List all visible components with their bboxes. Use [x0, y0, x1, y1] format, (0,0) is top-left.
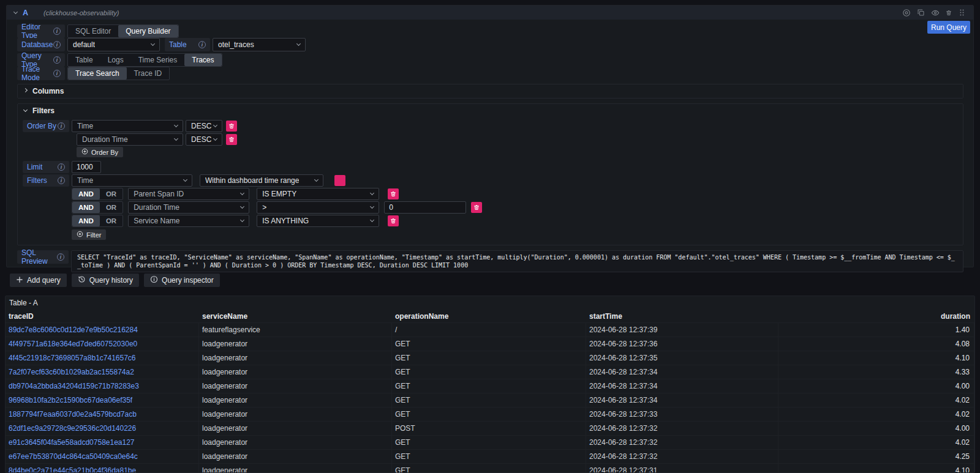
chevron-down-icon	[296, 42, 301, 46]
filter-operator-select[interactable]: Within dashboard time range	[200, 174, 323, 187]
table-cell: 2024-06-28 12:37:34	[586, 365, 778, 379]
trace-id-link[interactable]: 62df1ec9a29728c9e29536c20d140226	[6, 422, 199, 436]
filters-section-header[interactable]: Filters	[18, 104, 963, 117]
select[interactable]: Parent Span ID	[128, 188, 249, 200]
trace-id-link[interactable]: db9704a2bbda34204d159c71b78283e3	[6, 379, 199, 393]
columns-section-header[interactable]: Columns	[18, 84, 963, 98]
query-inspector-button[interactable]: Query inspector	[144, 274, 220, 287]
table-cell: 4.10	[778, 464, 974, 473]
editor-type-label: Editor Type i	[17, 24, 65, 38]
delete-button[interactable]	[388, 188, 399, 199]
trace-id-link[interactable]: e91c3645f04fa5e58adcd0758e1ea127	[6, 436, 199, 450]
conjunction-toggle: ANDOR	[72, 215, 123, 227]
table-value: otel_traces	[218, 40, 254, 49]
collapse-chevron-down-icon[interactable]	[13, 9, 18, 13]
table-cell: 4.02	[778, 408, 974, 422]
option-trace-id[interactable]: Trace ID	[127, 67, 170, 80]
trace-id-link[interactable]: 4f497571a618e364ed7ded60752030e0	[6, 337, 199, 351]
trace-id-link[interactable]: 7a2f07ecf63c60b1029ab2ac155874a2	[6, 365, 199, 379]
trace-id-link[interactable]: 1887794f7eaa6037d0e2a4579bcd7acb	[6, 408, 199, 422]
plus-icon	[16, 276, 23, 285]
table-cell: 4.25	[778, 450, 974, 464]
query-history-button[interactable]: Query history	[72, 274, 139, 287]
filters-content: Order ByiTimeDESCDuration TimeDESC Order…	[18, 117, 963, 245]
select[interactable]: >	[257, 201, 379, 214]
option-and[interactable]: AND	[72, 188, 100, 199]
option-sql-editor[interactable]: SQL Editor	[68, 25, 118, 37]
column-header-servicename[interactable]: serviceName	[199, 310, 392, 323]
query-ref-id: A	[23, 9, 28, 17]
select[interactable]: Duration Time	[128, 201, 249, 214]
table-cell: GET	[392, 393, 586, 408]
select[interactable]: Service Name	[128, 215, 249, 227]
trace-id-link[interactable]: 4f45c21918c73698057a8b1c741657c6	[6, 351, 199, 365]
add-query-button[interactable]: Add query	[10, 274, 67, 287]
delete-filter-button[interactable]	[334, 175, 345, 186]
trace-id-link[interactable]: e67ee7b53870d4c864ca50409ca0e64c	[6, 450, 199, 464]
chevron-down-icon	[314, 177, 318, 182]
info-icon: i	[53, 56, 61, 64]
trace-id-link[interactable]: 96968b10fa2b2c1590bc67dea06ef35f	[6, 393, 199, 408]
table-row: 62df1ec9a29728c9e29536c20d140226loadgene…	[6, 422, 974, 436]
add-filter-button[interactable]: Filter	[72, 229, 106, 240]
help-circle-icon[interactable]	[902, 9, 911, 17]
delete-button[interactable]	[226, 121, 237, 132]
eye-icon[interactable]	[931, 9, 940, 17]
table-cell: GET	[392, 365, 586, 379]
option-or[interactable]: OR	[100, 215, 123, 226]
trash-icon[interactable]	[946, 10, 952, 16]
table-row: e67ee7b53870d4c864ca50409ca0e64cloadgene…	[6, 450, 974, 464]
chevron-down-icon	[183, 177, 187, 182]
filter-condition-row: ANDORParent Span IDIS EMPTY	[23, 188, 963, 200]
select[interactable]: IS EMPTY	[257, 188, 379, 200]
option-or[interactable]: OR	[100, 202, 123, 213]
info-icon: i	[57, 253, 64, 261]
option-or[interactable]: OR	[100, 188, 123, 199]
option-query-builder[interactable]: Query Builder	[118, 25, 178, 37]
filter-value-input[interactable]	[384, 201, 466, 214]
trace-id-link[interactable]: 8d4be0c2a71e44c5a21b0c4f36da81be	[6, 464, 199, 473]
table-select[interactable]: otel_traces	[213, 38, 306, 51]
column-header-duration[interactable]: duration	[778, 310, 974, 323]
column-header-operationname[interactable]: operationName	[392, 310, 586, 323]
table-cell: loadgenerator	[199, 450, 392, 464]
history-icon	[78, 275, 86, 285]
conjunction-toggle: ANDOR	[72, 188, 123, 200]
option-time-series[interactable]: Time Series	[131, 54, 185, 66]
add-order-by-button[interactable]: Order By	[77, 147, 123, 157]
filter-field-select[interactable]: Time	[72, 174, 192, 187]
option-and[interactable]: AND	[72, 215, 100, 226]
query-row-header[interactable]: A (clickhouse-observability)	[7, 6, 973, 20]
select-value: Duration Time	[134, 203, 179, 212]
select-value: Time	[77, 122, 93, 130]
option-table[interactable]: Table	[68, 54, 100, 66]
select[interactable]: DESC	[186, 133, 222, 146]
select[interactable]: DESC	[186, 120, 222, 132]
delete-button[interactable]	[388, 215, 399, 226]
filters-section: Filters Order ByiTimeDESCDuration TimeDE…	[17, 103, 963, 245]
select-value: DESC	[191, 122, 211, 130]
info-icon: i	[53, 28, 61, 35]
option-trace-search[interactable]: Trace Search	[68, 67, 127, 80]
column-header-starttime[interactable]: startTime	[586, 310, 778, 323]
select[interactable]: IS ANYTHING	[257, 215, 379, 227]
table-cell: POST	[392, 422, 586, 436]
option-logs[interactable]: Logs	[100, 54, 131, 66]
table-cell: 4.00	[778, 422, 974, 436]
table-cell: loadgenerator	[199, 365, 392, 379]
table-cell: GET	[392, 337, 586, 351]
select-value: IS EMPTY	[262, 190, 296, 198]
delete-button[interactable]	[471, 202, 482, 213]
database-select[interactable]: default	[67, 38, 160, 51]
delete-button[interactable]	[226, 134, 237, 145]
trace-id-link[interactable]: 89dc7e8c6060c0d12de7e9b50c216284	[6, 323, 199, 337]
column-header-traceid[interactable]: traceID	[6, 310, 199, 323]
duplicate-icon[interactable]	[917, 9, 925, 17]
select[interactable]: Time	[72, 120, 183, 132]
select[interactable]: Duration Time	[77, 133, 183, 146]
limit-input[interactable]	[72, 161, 101, 173]
sql-preview-label: SQL Preview i	[17, 250, 69, 264]
option-traces[interactable]: Traces	[184, 54, 221, 66]
option-and[interactable]: AND	[72, 202, 100, 213]
drag-handle-icon[interactable]	[958, 9, 966, 17]
